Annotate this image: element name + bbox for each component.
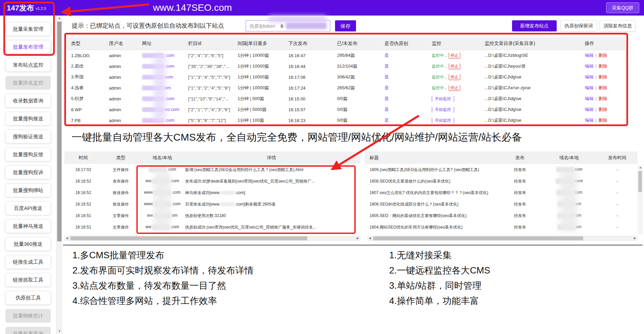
scroll-left-icon[interactable]: ◀ bbox=[64, 236, 70, 241]
sidebar-item[interactable]: 收录数据查询 bbox=[5, 94, 51, 108]
log-horizontal-scrollbar[interactable]: ◀ ▶ bbox=[64, 236, 360, 241]
table-row: 5.织梦admin.com["11","10","9","14","...1分钟… bbox=[66, 93, 625, 104]
edit-link[interactable]: 编辑 bbox=[585, 96, 594, 101]
feature-item: 2.一键远程监控各大CMS bbox=[389, 263, 490, 278]
token-input[interactable]: 伪原创token 6 bbox=[246, 20, 330, 31]
edit-link[interactable]: 编辑 bbox=[585, 74, 594, 79]
edit-link[interactable]: 编辑 bbox=[585, 85, 594, 90]
edit-link[interactable]: 编辑 bbox=[585, 53, 594, 58]
edit-link[interactable]: 编辑 bbox=[585, 107, 594, 112]
add-site-button[interactable]: 新增发布站点 bbox=[512, 20, 557, 31]
delete-link[interactable]: 删除 bbox=[599, 74, 607, 79]
scrollbar-thumb[interactable] bbox=[373, 236, 583, 240]
edit-link[interactable]: 编辑 bbox=[585, 118, 594, 123]
domain-suffix: om bbox=[576, 213, 581, 218]
cell-url: om bbox=[137, 85, 183, 91]
cell-directory: ...D:\桌面\CJ\xr\xr-zjxse bbox=[480, 85, 580, 91]
sidebar-item[interactable]: 批量搜狗推送 bbox=[5, 112, 51, 125]
delete-link[interactable]: 删除 bbox=[599, 53, 607, 58]
cell-directory: ...D:\桌面\CJ\dg\se bbox=[480, 117, 580, 123]
cell-domain: om bbox=[541, 224, 597, 230]
sidebar-item[interactable]: 批量搜狗反馈 bbox=[5, 148, 51, 161]
pending-table: 标题发布域名/本地发布时间 1609.(seo黑帽工具)SEO会运用到些什么工具… bbox=[365, 151, 638, 233]
feature-item: 3.站点发布数量，待发布数量一目了然 bbox=[72, 278, 254, 293]
pending-horizontal-scrollbar[interactable]: ◀ ▶ bbox=[367, 236, 638, 241]
start-monitor-button[interactable]: 开始监控 bbox=[432, 118, 454, 123]
scrollbar-thumb[interactable] bbox=[70, 236, 307, 240]
start-monitor-button[interactable]: 开始监控 bbox=[432, 96, 454, 102]
redacted-domain-blob bbox=[142, 86, 164, 91]
cell-directory: ...D:\桌面\CJ\dg\se bbox=[480, 96, 580, 102]
cell-publish-count: 265/62篇 bbox=[332, 85, 380, 91]
cell-next-publish: 16:16:47 bbox=[284, 53, 332, 58]
site-title: www.147SEO.com bbox=[153, 2, 232, 13]
sidebar-item[interactable]: 伪原创工具 bbox=[5, 291, 51, 305]
qq-group-button[interactable]: 采集QQ群 bbox=[606, 2, 639, 13]
sidebar-item[interactable]: 批量发布管理 bbox=[5, 40, 51, 54]
domain-suffix: om bbox=[576, 224, 581, 229]
redacted-domain-blob bbox=[142, 64, 164, 69]
reserve-words-button[interactable]: 伪原创保留词 bbox=[560, 20, 597, 31]
sidebar-item[interactable]: 链接抓取工具 bbox=[5, 273, 51, 287]
cell-monitor: 监控中...停止 bbox=[427, 85, 480, 91]
sidebar-item[interactable]: 链接生成工具 bbox=[5, 255, 51, 269]
cell-time: 16:16:52 bbox=[64, 202, 102, 207]
content-scrollbar[interactable]: ▲ ▼ bbox=[56, 16, 62, 334]
detail-text: 百度推送成功[www. bbox=[185, 202, 220, 207]
delete-link[interactable]: 删除 bbox=[599, 64, 607, 69]
scroll-up-icon[interactable]: ▲ bbox=[638, 165, 643, 170]
delete-link[interactable]: 删除 bbox=[599, 107, 607, 112]
cell-op-type: 文件操作 bbox=[102, 167, 139, 173]
edit-link[interactable]: 编辑 bbox=[585, 64, 594, 69]
cell-status: 待发布 bbox=[499, 178, 541, 184]
scroll-right-icon[interactable]: ▶ bbox=[632, 236, 638, 241]
headline: 一键批量自动管理各大CMS发布，全自动完全免费，网站管理/网站优化/网站维护/网… bbox=[72, 130, 522, 144]
delete-link[interactable]: 删除 bbox=[599, 96, 607, 101]
cell-op-type: 发布操作 bbox=[102, 178, 139, 184]
column-header: 时间 bbox=[64, 155, 102, 161]
log-body: 16:17:02文件操作.com新增:(seo黑帽工具)SEO会运用到些什么工具… bbox=[64, 164, 360, 233]
stop-monitor-button[interactable]: 停止 bbox=[449, 85, 460, 91]
detail-text: 发布成功:织梦dede采集规则(seo查询)seo优化_百度seo公司_营销推广… bbox=[185, 179, 315, 184]
sidebar-item[interactable]: 批量搜狗投诉 bbox=[5, 166, 51, 179]
sidebar-item[interactable]: 批量360推送 bbox=[5, 237, 51, 251]
domain-suffix: om bbox=[172, 213, 178, 218]
cell-operations: 编辑 | 删除 bbox=[580, 85, 625, 91]
cell-directory: ...D:\桌面\CJ\zblog\SE bbox=[480, 52, 580, 58]
scrollbar-thumb[interactable] bbox=[638, 171, 642, 192]
stop-monitor-button[interactable]: 停止 bbox=[449, 53, 460, 58]
scroll-left-icon[interactable]: ◀ bbox=[367, 236, 373, 241]
cell-interval: 1分钟 | 10000篇 bbox=[233, 74, 284, 80]
pending-row: 1606.SEO的优化组成部分是什么？(seo基本优化)待发布om- bbox=[365, 198, 638, 210]
column-header: 发布 bbox=[499, 155, 541, 161]
stop-monitor-button[interactable]: 停止 bbox=[449, 74, 460, 80]
log-table: 时间类型域名/本地详情 16:17:02文件操作.com新增:(seo黑帽工具)… bbox=[64, 151, 360, 233]
pending-vertical-scrollbar[interactable]: ▲ bbox=[638, 165, 643, 235]
cell-title: 1605.SEO：网站的基础优化主要有哪些(seo基本优化) bbox=[365, 213, 499, 219]
scroll-up-icon[interactable]: ▲ bbox=[57, 16, 62, 21]
sidebar-item[interactable]: 发布站点监控 bbox=[5, 58, 51, 72]
sidebar-item[interactable]: 批量神马推送 bbox=[5, 219, 51, 233]
sidebar-item[interactable]: 批量采集管理 bbox=[5, 22, 51, 36]
column-header: 标题 bbox=[365, 155, 499, 161]
clear-info-button[interactable]: 清除发布信息 bbox=[600, 20, 636, 31]
sidebar: 批量采集管理批量发布管理发布站点监控批量排名监控收录数据查询批量搜狗推送搜狗验证… bbox=[0, 16, 56, 334]
cell-username: admin bbox=[104, 107, 137, 112]
stop-monitor-button[interactable]: 停止 bbox=[449, 64, 460, 69]
cell-domain: ww.com bbox=[139, 178, 185, 184]
start-monitor-button[interactable]: 开始监控 bbox=[432, 107, 454, 113]
scrollbar-thumb[interactable] bbox=[57, 22, 62, 241]
log-row: 16:16:52推送操作www.com神马推送成功[www..com] bbox=[64, 187, 360, 198]
sidebar-item[interactable]: 百度API推送 bbox=[5, 201, 51, 215]
delete-link[interactable]: 删除 bbox=[599, 118, 607, 123]
cell-monitor: 开始监控 bbox=[427, 118, 480, 123]
save-button[interactable]: 保存 bbox=[335, 20, 356, 31]
scroll-right-icon[interactable]: ▶ bbox=[355, 236, 360, 241]
sidebar-item[interactable]: 搜狗验证推送 bbox=[5, 130, 51, 143]
scroll-down-icon[interactable]: ▼ bbox=[57, 329, 62, 334]
cell-monitor: 开始监控 bbox=[427, 96, 480, 102]
delete-link[interactable]: 删除 bbox=[599, 85, 607, 90]
column-header: 类型 bbox=[66, 41, 104, 47]
sidebar-item[interactable]: 批量搜狗绑站 bbox=[5, 184, 51, 197]
domain-prefix: www bbox=[144, 190, 153, 195]
